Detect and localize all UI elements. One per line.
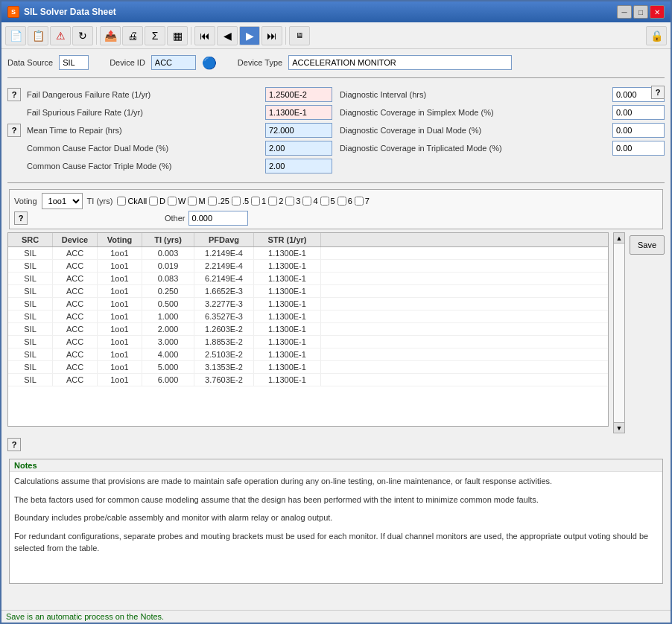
m-checkbox-label[interactable]: M xyxy=(188,197,205,206)
help-fail-dangerous[interactable]: ? xyxy=(7,88,21,101)
device-type-input[interactable] xyxy=(288,55,512,70)
help-diag[interactable]: ? xyxy=(651,86,665,99)
three-checkbox-label[interactable]: 3 xyxy=(285,197,300,206)
fail-dangerous-input[interactable] xyxy=(265,87,332,102)
seven-checkbox-label[interactable]: 7 xyxy=(355,197,370,206)
table-row[interactable]: SILACC1oo14.0002.5103E-21.1300E-1 xyxy=(8,348,608,361)
table-row[interactable]: SILACC1oo15.0003.1353E-21.1300E-1 xyxy=(8,361,608,374)
sum-button[interactable]: Σ xyxy=(145,26,165,45)
mtr-row: ? Mean Time to Repair (hrs) xyxy=(7,121,332,139)
nav-last-button[interactable]: ⏭ xyxy=(261,26,282,45)
p5-checkbox-label[interactable]: .5 xyxy=(232,197,249,206)
lock-button[interactable]: 🔒 xyxy=(646,26,667,45)
new-button[interactable]: 📄 xyxy=(5,26,26,45)
mtr-label: Mean Time to Repair (hrs) xyxy=(27,126,259,135)
section-divider-2 xyxy=(7,182,665,183)
table-row[interactable]: SILACC1oo12.0001.2603E-21.1300E-1 xyxy=(8,323,608,336)
close-button[interactable]: ✕ xyxy=(650,5,665,19)
maximize-button[interactable]: □ xyxy=(633,5,648,19)
help-table[interactable]: ? xyxy=(7,438,21,451)
save-button[interactable]: Save xyxy=(630,235,665,255)
copy-button[interactable]: 📋 xyxy=(28,26,48,45)
table-scrollbar[interactable]: ▲ ▼ xyxy=(613,232,625,433)
diag-simplex-input[interactable] xyxy=(612,105,665,120)
table-row[interactable]: SILACC1oo10.2501.6652E-31.1300E-1 xyxy=(8,285,608,298)
table-row[interactable]: SILACC1oo10.0031.2149E-41.1300E-1 xyxy=(8,247,608,260)
cell-4-0: SIL xyxy=(8,298,53,310)
cell-0-1: ACC xyxy=(53,247,98,259)
device-id-input[interactable] xyxy=(151,55,196,70)
nav-next-button[interactable]: ▶ xyxy=(239,26,260,45)
device-info-icon[interactable]: 🔵 xyxy=(202,56,217,70)
col-device: Device xyxy=(53,233,98,246)
one-checkbox[interactable] xyxy=(251,197,260,206)
col-pfdavg: PFDavg xyxy=(194,233,254,246)
d-checkbox-label[interactable]: D xyxy=(149,197,165,206)
table-row[interactable]: SILACC1oo16.0003.7603E-21.1300E-1 xyxy=(8,374,608,386)
d-checkbox[interactable] xyxy=(149,197,158,206)
one-checkbox-label[interactable]: 1 xyxy=(251,197,266,206)
mtr-input[interactable] xyxy=(265,123,332,138)
window-title: SIL Solver Data Sheet xyxy=(24,7,116,17)
cell-7-1: ACC xyxy=(53,336,98,348)
notes-content[interactable]: Calculations assume that provisions are … xyxy=(10,471,662,583)
scroll-down-arrow[interactable]: ▼ xyxy=(614,422,624,433)
data-source-input[interactable] xyxy=(59,55,89,70)
diag-dual-input[interactable] xyxy=(612,123,665,138)
diag-dual-row: Diagnostic Coverage in Dual Mode (%) xyxy=(340,121,665,139)
header-row: Data Source Device ID 🔵 Device Type xyxy=(7,54,665,71)
six-checkbox-label[interactable]: 6 xyxy=(337,197,352,206)
table-row[interactable]: SILACC1oo13.0001.8853E-21.1300E-1 xyxy=(8,336,608,348)
fail-spurious-input[interactable] xyxy=(265,105,332,120)
export-button[interactable]: 📤 xyxy=(100,26,121,45)
diag-triple-input[interactable] xyxy=(612,141,665,156)
diag-triple-row: Diagnostic Coverage in Triplicated Mode … xyxy=(340,139,665,157)
other-input[interactable] xyxy=(188,211,248,226)
warning-button[interactable]: ⚠ xyxy=(50,26,71,45)
cell-4-2: 1oo1 xyxy=(98,298,142,310)
diag-interval-label: Diagnostic Interval (hrs) xyxy=(340,90,606,99)
six-checkbox[interactable] xyxy=(337,197,346,206)
status-message: Save is an automatic process on the Note… xyxy=(6,612,164,621)
help-mtr[interactable]: ? xyxy=(7,124,21,137)
four-checkbox-label[interactable]: 4 xyxy=(302,197,317,206)
table-row[interactable]: SILACC1oo10.0192.2149E-41.1300E-1 xyxy=(8,260,608,273)
three-checkbox[interactable] xyxy=(285,197,294,206)
m-checkbox[interactable] xyxy=(188,197,197,206)
ccf-dual-input[interactable] xyxy=(265,141,332,156)
scroll-up-arrow[interactable]: ▲ xyxy=(614,233,624,243)
right-params: ? Diagnostic Interval (hrs) Diagnostic C… xyxy=(340,86,665,175)
p5-checkbox[interactable] xyxy=(232,197,241,206)
table-row[interactable]: SILACC1oo10.0836.2149E-41.1300E-1 xyxy=(8,273,608,285)
p25-checkbox-label[interactable]: .25 xyxy=(208,197,229,206)
cell-3-2: 1oo1 xyxy=(98,285,142,297)
seven-checkbox[interactable] xyxy=(355,197,364,206)
ccf-triple-input[interactable] xyxy=(265,159,332,173)
minimize-button[interactable]: ─ xyxy=(617,5,632,19)
four-checkbox[interactable] xyxy=(302,197,311,206)
ckall-checkbox[interactable] xyxy=(117,197,126,206)
table-row[interactable]: SILACC1oo11.0006.3527E-31.1300E-1 xyxy=(8,311,608,323)
monitor-button[interactable]: 🖥 xyxy=(289,26,310,45)
two-checkbox[interactable] xyxy=(268,197,277,206)
cell-1-4: 2.2149E-4 xyxy=(194,260,254,272)
grid-button[interactable]: ▦ xyxy=(167,26,188,45)
save-section: Save xyxy=(630,232,665,255)
help-other[interactable]: ? xyxy=(14,211,28,225)
scroll-track[interactable] xyxy=(614,243,624,422)
five-checkbox[interactable] xyxy=(320,197,329,206)
voting-select[interactable]: 1oo1 1oo2 2oo2 1oo3 2oo3 3oo3 xyxy=(42,193,83,209)
w-checkbox-label[interactable]: W xyxy=(168,197,186,206)
nav-first-button[interactable]: ⏮ xyxy=(194,26,215,45)
cell-0-5: 1.1300E-1 xyxy=(254,247,321,259)
five-checkbox-label[interactable]: 5 xyxy=(320,197,335,206)
col-voting: Voting xyxy=(98,233,142,246)
w-checkbox[interactable] xyxy=(168,197,177,206)
two-checkbox-label[interactable]: 2 xyxy=(268,197,283,206)
print-button[interactable]: 🖨 xyxy=(122,26,143,45)
nav-prev-button[interactable]: ◀ xyxy=(217,26,238,45)
ckall-checkbox-label[interactable]: CkAll xyxy=(117,197,147,206)
p25-checkbox[interactable] xyxy=(208,197,217,206)
recalc-button[interactable]: ↻ xyxy=(72,26,93,45)
table-row[interactable]: SILACC1oo10.5003.2277E-31.1300E-1 xyxy=(8,298,608,311)
